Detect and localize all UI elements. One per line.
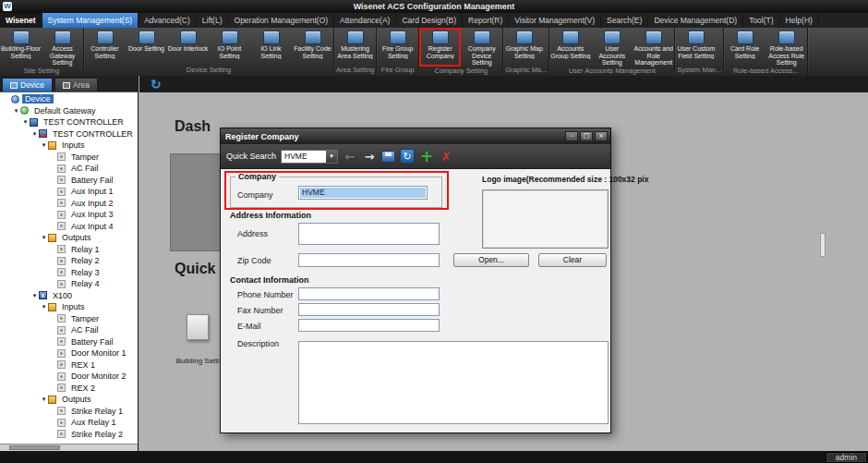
save-icon[interactable] [381,151,395,163]
point-icon [57,372,66,381]
tree-item-outputs[interactable]: ▾Outputs [0,394,138,406]
collapse-icon[interactable]: ▾ [30,130,39,138]
tree-item-rex-2[interactable]: REX 2 [0,383,138,395]
menu-item-lift-l[interactable]: Lift(L) [197,13,229,28]
menu-item-card-design-b[interactable]: Card Design(B) [396,13,463,28]
toolbar-button-building-floor-setting[interactable]: Building-Floor Setting [0,28,42,67]
toolbar-button-door-interlock[interactable]: Door Interlock [167,28,209,66]
email-input[interactable] [298,319,440,332]
toolbar-button-io-point-setting[interactable]: IO Point Setting [209,28,250,66]
tree-item-tamper[interactable]: Tamper [0,313,138,325]
tree-item-battery-fail[interactable]: Battery Fail [0,175,138,187]
menu-item-wisenet[interactable]: Wisenet [0,13,42,28]
tree-item-default-gateway[interactable]: ▾Default Gateway [0,105,138,117]
tree-item-x100[interactable]: ▾xX100 [0,290,138,302]
quick-search-combo[interactable]: HVME ▾ [281,150,338,164]
tree-item-aux-input-1[interactable]: Aux Input 1 [0,186,138,198]
toolbar-button-user-accounts-setting[interactable]: User Accounts Setting [591,28,633,67]
tree-item-battery-fail[interactable]: Battery Fail [0,336,138,348]
maximize-icon[interactable]: □ [580,131,593,141]
tree-item-door-monitor-2[interactable]: Door Monitor 2 [0,371,138,383]
clear-button[interactable]: Clear [538,253,607,267]
tree-item-test-controller[interactable]: ▾TEST CONTROLLER [0,128,138,140]
toolbar-button-graphic-map-setting[interactable]: Graphic Map Setting [503,28,545,66]
sidebar-tab-device[interactable]: Device [2,78,53,91]
menu-item-attendance-a[interactable]: Attendance(A) [334,13,396,28]
toolbar-button-card-role-setting[interactable]: Card Role Setting [724,28,766,67]
dialog-titlebar[interactable]: Register Company – □ × [221,128,610,144]
tree-horizontal-scrollbar[interactable] [0,444,138,451]
tree-item-ac-fail[interactable]: AC Fail [0,163,138,175]
menu-item-help-h[interactable]: Help(H) [780,13,819,28]
menu-item-search-e[interactable]: Search(E) [601,13,648,28]
tree-item-rex-1[interactable]: REX 1 [0,359,138,372]
tree-item-strike-relay-1[interactable]: Strike Relay 1 [0,406,138,418]
tree-item-ac-fail[interactable]: AC Fail [0,324,138,336]
menu-item-visitor-management-v[interactable]: Visitor Management(V) [509,13,601,28]
minimize-icon[interactable]: – [565,131,578,141]
tree-item-inputs[interactable]: ▾Inputs [0,140,138,152]
menu-item-device-management-d[interactable]: Device Management(D) [648,13,743,28]
tree-item-aux-input-2[interactable]: Aux Input 2 [0,198,138,210]
toolbar-button-controller-setting[interactable]: Controller Setting [84,28,126,66]
tree-item-aux-input-3[interactable]: Aux Input 3 [0,209,138,221]
collapse-icon[interactable]: ▾ [12,107,20,115]
menu-item-system-management-s[interactable]: System Management(S) [42,13,139,28]
back-icon[interactable]: ← [343,149,357,164]
menu-item-operation-management-o[interactable]: Operation Management(O) [229,13,335,28]
cancel-icon[interactable]: ✗ [439,149,453,164]
menu-item-report-r[interactable]: Report(R) [463,13,509,28]
toolbar-button-accounts-group-setting[interactable]: Accounts Group Setting [549,28,591,67]
tree-item-inputs[interactable]: ▾Inputs [0,301,138,313]
tree-item-relay-2[interactable]: Relay 2 [0,255,138,267]
tree-item-relay-1[interactable]: Relay 1 [0,244,138,256]
close-icon[interactable]: × [595,131,608,141]
forward-icon[interactable]: → [362,149,377,164]
main-scrollbar-thumb[interactable] [820,233,826,257]
toolbar-button-door-setting[interactable]: Door Setting [126,28,167,66]
tree-item-relay-3[interactable]: Relay 3 [0,267,138,279]
tree-item-test-controller[interactable]: ▾TEST CONTROLLER [0,116,138,128]
tree-item-aux-input-4[interactable]: Aux Input 4 [0,221,138,233]
collapse-icon[interactable]: ▾ [40,234,48,241]
chevron-down-icon[interactable]: ▾ [326,151,337,163]
toolbar-button-register-company[interactable]: Register Company [419,28,461,67]
company-input[interactable]: HVME [298,186,428,200]
toolbar-button-role-based-access-rule-setting[interactable]: Role-based Access Rule Setting [766,28,807,67]
fax-number-input[interactable] [298,303,440,316]
phone-number-input[interactable] [298,287,440,300]
toolbar-button-company-device-setting[interactable]: Company Device Setting [461,28,502,67]
address-input[interactable] [298,223,440,245]
dialog-refresh-icon[interactable]: ↻ [400,149,415,164]
open-button[interactable]: Open... [453,253,529,267]
tree-item-tamper[interactable]: Tamper [0,152,138,164]
toolbar-button-mustering-area-setting[interactable]: Mustering Area Setting [334,28,376,66]
add-icon[interactable]: + [419,149,434,164]
toolbar-button-fire-group-setting[interactable]: Fire Group Setting [377,28,418,66]
toolbar-button-accounts-and-role-management[interactable]: Accounts and Role Management [633,28,674,67]
tree-item-aux-relay-1[interactable]: Aux Relay 1 [0,417,138,429]
zip-code-input[interactable] [298,253,440,267]
toolbar-button-user-custom-field-setting[interactable]: User Custom Field Setting [675,28,717,66]
toolbar-button-access-gateway-setting[interactable]: Access Gateway Setting [42,28,83,67]
toolbar-button-facility-code-setting[interactable]: Facility Code Setting [292,28,333,66]
tree-item-relay-4[interactable]: Relay 4 [0,278,138,290]
collapse-icon[interactable]: ▾ [30,292,39,299]
menu-item-tool-t[interactable]: Tool(T) [743,13,779,28]
tree-item-door-monitor-1[interactable]: Door Monitor 1 [0,347,138,359]
tree-item-outputs[interactable]: ▾Outputs [0,232,138,244]
collapse-icon[interactable]: ▾ [40,396,48,403]
menu-item-advanced-c[interactable]: Advanced(C) [139,13,197,28]
collapse-icon[interactable]: ▾ [40,141,48,149]
tree-item-device[interactable]: Device [0,93,138,105]
refresh-icon[interactable]: ↻ [151,77,162,91]
scrollbar-thumb[interactable] [9,445,60,450]
io-icon [48,141,56,150]
collapse-icon[interactable]: ▾ [21,118,30,126]
collapse-icon[interactable]: ▾ [40,303,48,311]
toolbar-button-label: Facility Code Setting [292,45,333,59]
sidebar-tab-area[interactable]: Area [54,78,98,91]
toolbar-button-io-link-setting[interactable]: IO Link Setting [250,28,292,66]
description-input[interactable] [298,341,609,424]
tree-item-strike-relay-2[interactable]: Strike Relay 2 [0,429,138,441]
